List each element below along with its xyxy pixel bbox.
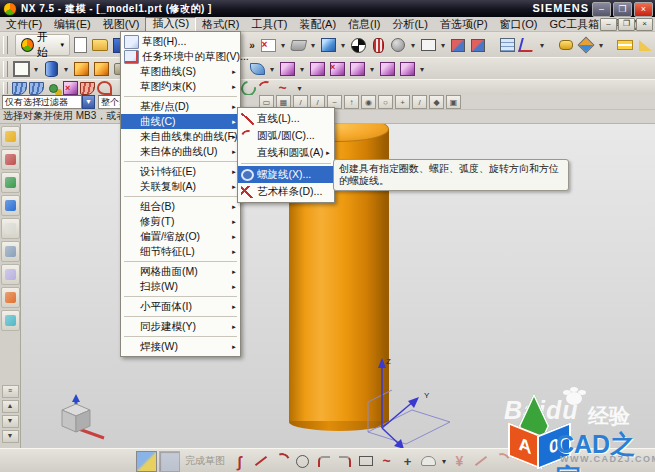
doc-close-button[interactable]: × — [636, 18, 653, 31]
fillet-tool-icon[interactable] — [314, 452, 333, 471]
orient-view-icon[interactable] — [449, 36, 467, 54]
offset-surface-icon[interactable] — [80, 81, 95, 95]
new-file-icon[interactable] — [71, 36, 89, 54]
dropdown-arrow[interactable]: ▾ — [268, 60, 276, 78]
emboss-icon[interactable] — [398, 60, 416, 78]
ruled-surface-icon[interactable] — [29, 81, 44, 95]
arc-tool-icon[interactable] — [258, 81, 273, 95]
curve-menu-item-arc-circle[interactable]: 圆弧/圆(C)... — [238, 127, 334, 144]
menu-analysis[interactable]: 分析(L) — [386, 18, 433, 31]
trim-body-icon[interactable] — [97, 81, 112, 95]
menu-tools[interactable]: 工具(T) — [245, 18, 293, 31]
insert-menu-item-sketch-constraint[interactable]: 草图约束(K) — [121, 79, 240, 94]
menu-window[interactable]: 窗口(O) — [494, 18, 544, 31]
toolbar-grip[interactable] — [3, 82, 8, 93]
rib-feature-icon[interactable] — [248, 60, 266, 78]
boss-feature-icon[interactable] — [72, 60, 90, 78]
insert-menu-item-associative-copy[interactable]: 关联复制(A) — [121, 179, 240, 194]
sew-icon[interactable] — [348, 60, 366, 78]
insert-menu-item-curve-from-curves[interactable]: 来自曲线集的曲线(F) — [121, 129, 240, 144]
wcs-triad[interactable]: Z Y X — [340, 350, 470, 455]
dropdown-arrow[interactable]: ▾ — [439, 36, 447, 54]
dropdown-arrow[interactable]: ▾ — [368, 60, 376, 78]
dropdown-arrow[interactable]: ▾ — [309, 36, 317, 54]
toolbar-grip[interactable] — [3, 36, 8, 54]
menu-format[interactable]: 格式(R) — [196, 18, 245, 31]
insert-menu-item-synchronous-modeling[interactable]: 同步建模(Y) — [121, 319, 240, 334]
shaded-view-icon[interactable] — [319, 36, 337, 54]
dropdown-arrow[interactable]: ▾ — [298, 60, 306, 78]
dropdown-arrow[interactable]: ▾ — [279, 36, 287, 54]
close-button[interactable]: × — [634, 2, 653, 17]
menu-gc-toolbox[interactable]: GC工具箱 — [543, 18, 605, 31]
insert-menu-item-design-feature[interactable]: 设计特征(E) — [121, 164, 240, 179]
insert-menu-item-facet-body[interactable]: 小平面体(I) — [121, 299, 240, 314]
insert-menu-item-weld[interactable]: 焊接(W) — [121, 339, 240, 354]
toolbar-grip[interactable] — [3, 61, 8, 76]
insert-menu-item-curve-from-bodies[interactable]: 来自体的曲线(U) — [121, 144, 240, 159]
constraint-navigator-icon[interactable] — [1, 149, 20, 170]
restore-button[interactable]: ❐ — [613, 2, 632, 17]
doc-minimize-button[interactable]: – — [600, 18, 617, 31]
resource-scroll-button-2[interactable]: ▼ — [2, 415, 19, 428]
dropdown-arrow[interactable]: ▾ — [597, 36, 605, 54]
wireframe-icon[interactable] — [389, 36, 407, 54]
finish-sketch-icon[interactable] — [159, 451, 180, 472]
snap-point-on-curve-icon[interactable]: / — [412, 95, 427, 109]
open-file-icon[interactable] — [91, 36, 109, 54]
menu-file[interactable]: 文件(F) — [0, 18, 48, 31]
clip-section-icon[interactable] — [369, 36, 387, 54]
offset-curve-tool-icon[interactable] — [419, 452, 438, 471]
menu-preferences[interactable]: 首选项(P) — [434, 18, 494, 31]
roles-icon[interactable] — [1, 287, 20, 308]
internet-explorer-icon[interactable] — [1, 195, 20, 216]
arc-tool-icon[interactable] — [272, 452, 291, 471]
insert-menu-item-sketch[interactable]: 草图(H)... — [121, 34, 240, 49]
menu-assemblies[interactable]: 装配(A) — [293, 18, 342, 31]
snap-arccenter-icon[interactable]: ◉ — [361, 95, 376, 109]
insert-menu-item-datum-point[interactable]: 基准/点(D) — [121, 99, 240, 114]
snap-quadrant-icon[interactable]: ○ — [378, 95, 393, 109]
insert-menu-item-combine[interactable]: 组合(B) — [121, 199, 240, 214]
dropdown-arrow[interactable]: ▾ — [292, 81, 307, 95]
delete-face-icon[interactable] — [63, 81, 78, 95]
point-tool-icon[interactable]: + — [398, 452, 417, 471]
swept-surface-icon[interactable] — [12, 81, 27, 95]
menu-insert[interactable]: 插入(S) — [145, 17, 196, 32]
sketch-button[interactable] — [12, 60, 30, 78]
insert-menu-item-curve[interactable]: 曲线(C) — [121, 114, 240, 129]
pocket-feature-icon[interactable] — [92, 60, 110, 78]
history-icon[interactable] — [1, 218, 20, 239]
subtract-icon[interactable] — [308, 60, 326, 78]
dropdown-arrow[interactable]: ▾ — [418, 60, 426, 78]
studio-spline-tool-icon[interactable]: ~ — [377, 452, 396, 471]
process-studio-icon[interactable] — [1, 264, 20, 285]
dropdown-arrow[interactable]: ▾ — [62, 60, 70, 78]
spline-tool-icon[interactable] — [275, 81, 290, 95]
menu-edit[interactable]: 编辑(E) — [48, 18, 97, 31]
line-tool-icon[interactable] — [251, 452, 270, 471]
start-button[interactable]: 开始 ▾ — [15, 34, 70, 56]
curve-menu-item-line-and-arc[interactable]: 直线和圆弧(A) — [238, 144, 334, 161]
part-navigator-icon[interactable] — [1, 172, 20, 193]
curve-menu-item-line[interactable]: 直线(L)... — [238, 110, 334, 127]
resource-scroll-button-1[interactable]: ▲ — [2, 400, 19, 413]
dropdown-arrow[interactable]: ▾ — [440, 452, 448, 471]
fit-window-icon[interactable] — [419, 36, 437, 54]
cylinder-feature-icon[interactable] — [42, 60, 60, 78]
insert-menu-item-task-sketch[interactable]: 任务环境中的草图(V)... — [121, 49, 240, 64]
resource-scroll-button-0[interactable]: ≡ — [2, 385, 19, 398]
orient-view2-icon[interactable] — [469, 36, 487, 54]
measure-icon[interactable] — [636, 36, 654, 54]
sketch-generator-icon[interactable] — [136, 451, 157, 472]
dropdown-arrow[interactable]: ▾ — [32, 60, 40, 78]
screen-mode-icon[interactable] — [289, 36, 307, 54]
synchronous-icon[interactable] — [46, 81, 61, 95]
curve-menu-item-studio-spline[interactable]: 艺术样条(D)... — [238, 183, 334, 200]
through-curves-icon[interactable] — [241, 81, 256, 95]
dropdown-arrow[interactable]: ▾ — [409, 36, 417, 54]
menu-view[interactable]: 视图(V) — [97, 18, 146, 31]
profile-tool-icon[interactable]: ∫ — [230, 452, 249, 471]
snap-intersection-icon[interactable]: ↑ — [344, 95, 359, 109]
snap-face-icon[interactable]: ▣ — [446, 95, 461, 109]
